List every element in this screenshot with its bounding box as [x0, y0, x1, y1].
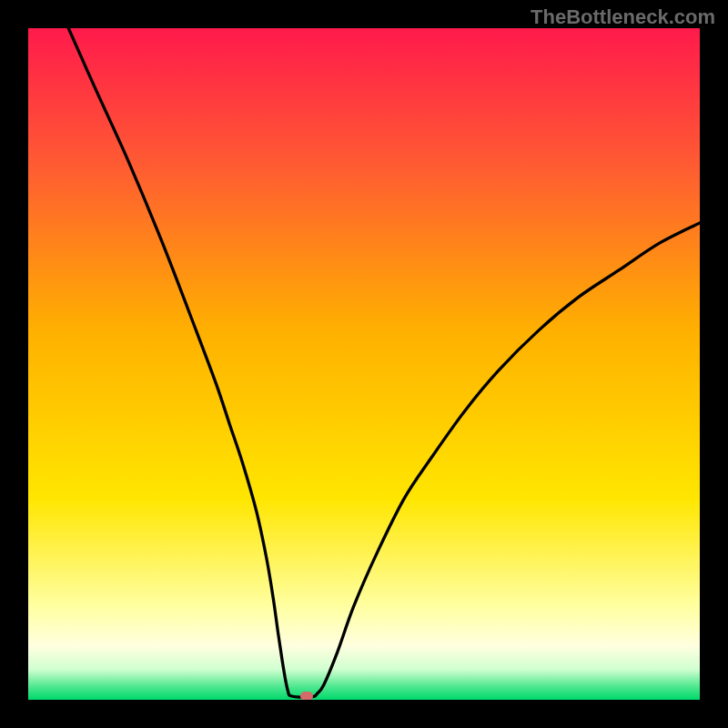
brand-watermark: TheBottleneck.com	[531, 5, 715, 29]
chart-frame: TheBottleneck.com	[0, 0, 728, 728]
plot-area	[28, 28, 700, 700]
curve-layer	[28, 28, 700, 700]
bottleneck-curve	[68, 28, 700, 697]
optimal-marker	[300, 692, 313, 700]
